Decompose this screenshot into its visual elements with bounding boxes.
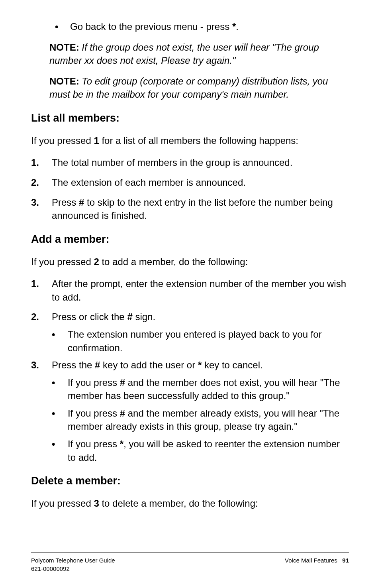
key-hash: # — [127, 311, 132, 322]
item-text: After the prompt, enter the extension nu… — [52, 277, 349, 304]
note-group-not-exist: NOTE: If the group does not exist, the u… — [49, 41, 349, 67]
key-1: 1 — [94, 135, 99, 146]
text: to skip to the next entry in the list be… — [52, 197, 333, 221]
item-text: Press the # key to add the user or * key… — [52, 358, 349, 372]
text: If you press — [68, 439, 120, 449]
key-2: 2 — [94, 256, 99, 267]
sub-text: The extension number you entered is play… — [68, 328, 349, 354]
text: key to cancel. — [202, 360, 262, 370]
item-text: The total number of members in the group… — [52, 156, 349, 169]
key-star: * — [198, 360, 202, 370]
sub-text: If you press # and the member does not e… — [68, 376, 349, 403]
item-number: 1. — [31, 277, 52, 304]
key-star: * — [120, 439, 123, 449]
add-item-1: 1. After the prompt, enter the extension… — [31, 277, 349, 304]
item-text: The extension of each member is announce… — [52, 176, 349, 189]
footer-content: Polycom Telephone User Guide 621-0000009… — [31, 556, 349, 573]
add-item-3-sub2: • If you press # and the member already … — [52, 407, 349, 433]
bullet-marker: • — [55, 20, 70, 33]
list-item-3: 3. Press # to skip to the next entry in … — [31, 196, 349, 222]
text: If you pressed — [31, 135, 94, 146]
add-item-3-sub3: • If you press *, you will be asked to r… — [52, 437, 349, 464]
add-item-2: 2. Press or click the # sign. — [31, 310, 349, 324]
item-number: 2. — [31, 310, 52, 324]
text: Go back to the previous menu - press — [70, 21, 232, 32]
bullet-text: Go back to the previous menu - press *. — [70, 20, 349, 33]
note-edit-group: NOTE: To edit group (corporate or compan… — [49, 75, 349, 101]
text: If you press — [68, 377, 120, 388]
key-hash: # — [95, 360, 100, 370]
list-item-2: 2. The extension of each member is annou… — [31, 176, 349, 189]
footer-left: Polycom Telephone User Guide 621-0000009… — [31, 556, 115, 573]
text: If you pressed — [31, 498, 94, 509]
item-text: Press or click the # sign. — [52, 310, 349, 324]
note-text: To edit group (corporate or company) dis… — [49, 76, 328, 100]
footer-docnum: 621-00000092 — [31, 564, 115, 573]
footer-title: Polycom Telephone User Guide — [31, 556, 115, 564]
intro-add-member: If you pressed 2 to add a member, do the… — [31, 255, 349, 269]
key-hash: # — [120, 377, 125, 388]
item-number: 1. — [31, 156, 52, 169]
text: Press or click the — [52, 311, 127, 322]
text: Press — [52, 197, 79, 208]
page-footer: Polycom Telephone User Guide 621-0000009… — [31, 553, 349, 573]
heading-delete-member: Delete a member: — [31, 474, 349, 489]
intro-list-members: If you pressed 1 for a list of all membe… — [31, 134, 349, 147]
note-label: NOTE: — [49, 42, 79, 53]
text: Press the — [52, 360, 95, 370]
bullet-marker: • — [52, 328, 68, 354]
text: to add a member, do the following: — [99, 256, 248, 267]
sub-text: If you press *, you will be asked to ree… — [68, 437, 349, 464]
text: . — [236, 21, 239, 32]
key-hash: # — [120, 408, 125, 419]
note-text: If the group does not exist, the user wi… — [49, 42, 319, 66]
text: key to add the user or — [100, 360, 198, 370]
text: sign. — [133, 311, 155, 322]
bullet-marker: • — [52, 407, 68, 433]
key-star: * — [232, 21, 236, 32]
bullet-previous-menu: • Go back to the previous menu - press *… — [55, 20, 349, 33]
add-item-3-sub1: • If you press # and the member does not… — [52, 376, 349, 403]
bullet-marker: • — [52, 376, 68, 403]
text: for a list of all members the following … — [99, 135, 298, 146]
text: to delete a member, do the following: — [99, 498, 258, 509]
bullet-marker: • — [52, 437, 68, 464]
key-hash: # — [79, 197, 84, 208]
footer-section: Voice Mail Features — [285, 557, 337, 564]
item-number: 2. — [31, 176, 52, 189]
note-label: NOTE: — [49, 76, 79, 87]
key-3: 3 — [94, 498, 99, 509]
add-item-2-sub: • The extension number you entered is pl… — [52, 328, 349, 354]
item-number: 3. — [31, 196, 52, 222]
item-number: 3. — [31, 358, 52, 372]
text: If you press — [68, 408, 120, 419]
list-item-1: 1. The total number of members in the gr… — [31, 156, 349, 169]
text: If you pressed — [31, 256, 94, 267]
heading-list-members: List all members: — [31, 111, 349, 126]
intro-delete-member: If you pressed 3 to delete a member, do … — [31, 497, 349, 510]
item-text: Press # to skip to the next entry in the… — [52, 196, 349, 222]
footer-right: Voice Mail Features 91 — [285, 556, 349, 573]
footer-divider — [31, 553, 349, 553]
add-item-3: 3. Press the # key to add the user or * … — [31, 358, 349, 372]
heading-add-member: Add a member: — [31, 232, 349, 247]
page-number: 91 — [342, 557, 349, 564]
sub-text: If you press # and the member already ex… — [68, 407, 349, 433]
